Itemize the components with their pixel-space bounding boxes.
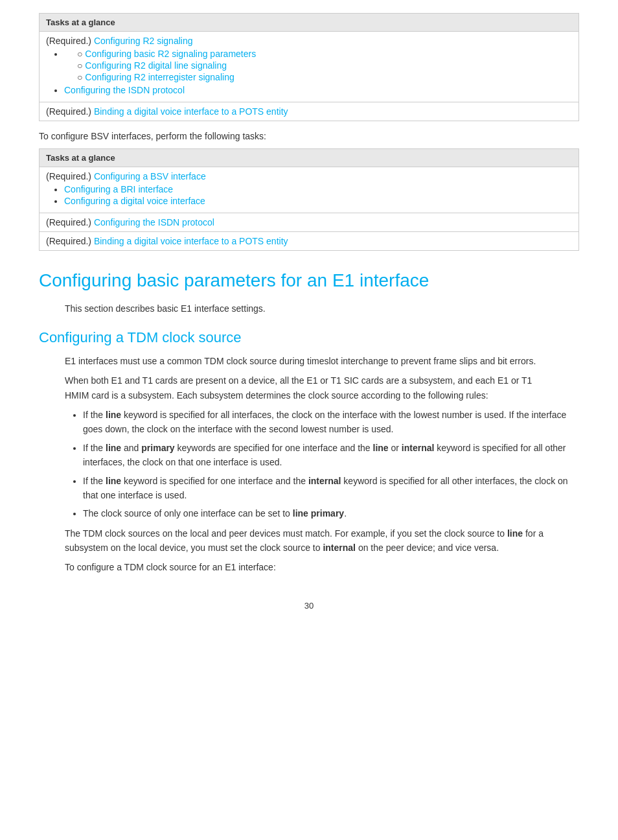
isdn-bullet-list: Configuring the ISDN protocol xyxy=(46,85,572,95)
bullet-item-2: If the line and primary keywords are spe… xyxy=(83,441,579,470)
tdm-para3-block: The TDM clock sources on the local and p… xyxy=(65,526,553,575)
link-binding-pots-t2[interactable]: Binding a digital voice interface to a P… xyxy=(94,236,288,246)
list-item: Configuring basic R2 signaling parameter… xyxy=(64,49,572,82)
link-configuring-bsv[interactable]: Configuring a BSV interface xyxy=(94,171,206,181)
link-digital-voice-interface[interactable]: Configuring a digital voice interface xyxy=(64,196,205,206)
link-r2-digital[interactable]: Configuring R2 digital line signaling xyxy=(85,60,227,71)
tdm-para4: To configure a TDM clock source for an E… xyxy=(65,560,553,574)
required-prefix-1: (Required.) xyxy=(46,36,91,46)
bold-line-3: line xyxy=(373,443,389,453)
bold-internal-1: internal xyxy=(402,443,435,453)
tasks-table-2: Tasks at a glance (Required.) Configurin… xyxy=(39,148,579,251)
sub-section-content: E1 interfaces must use a common TDM cloc… xyxy=(65,354,553,402)
required2-prefix-t2: (Required.) xyxy=(46,217,91,228)
link-isdn-protocol[interactable]: Configuring the ISDN protocol xyxy=(64,85,185,95)
required-row-t2-2: (Required.) Configuring the ISDN protoco… xyxy=(40,213,579,232)
list-item-isdn: Configuring the ISDN protocol xyxy=(64,85,572,95)
main-section-title: Configuring basic parameters for an E1 i… xyxy=(39,270,579,291)
bold-line-4: line xyxy=(106,476,121,486)
bullet-item-1: If the line keyword is specified for all… xyxy=(83,408,579,437)
required3-prefix-t2: (Required.) xyxy=(46,236,91,246)
link-bri-interface[interactable]: Configuring a BRI interface xyxy=(64,184,173,194)
required1-prefix-t2: (Required.) xyxy=(46,171,91,181)
bold-line-primary: line primary xyxy=(293,508,344,519)
bold-line-1: line xyxy=(106,410,121,420)
link-r2-interregister[interactable]: Configuring R2 interregister signaling xyxy=(85,72,234,82)
tdm-para2: When both E1 and T1 cards are present on… xyxy=(65,373,553,402)
link-isdn-protocol-t2[interactable]: Configuring the ISDN protocol xyxy=(94,217,214,228)
tasks-header-2: Tasks at a glance xyxy=(40,149,579,167)
sub-list-r2: Configuring basic R2 signaling parameter… xyxy=(64,49,572,82)
required-row-1: (Required.) Binding a digital voice inte… xyxy=(40,102,579,121)
tasks-body-1: (Required.) Configuring R2 signaling Con… xyxy=(40,32,579,102)
tdm-para3-end: on the peer device; and vice versa. xyxy=(356,542,499,553)
tdm-para1: E1 interfaces must use a common TDM cloc… xyxy=(65,354,553,368)
bullet-item-3: If the line keyword is specified for one… xyxy=(83,474,579,503)
main-section-intro: This section describes basic E1 interfac… xyxy=(65,301,553,316)
bullet-item-4: The clock source of only one interface c… xyxy=(83,506,579,520)
list-item-bri: Configuring a BRI interface xyxy=(64,184,572,194)
tdm-para3-pre: The TDM clock sources on the local and p… xyxy=(65,528,507,539)
tdm-bullet-list: If the line keyword is specified for all… xyxy=(65,408,579,521)
r2-sub-list: Configuring basic R2 signaling parameter… xyxy=(46,49,572,82)
sub-section-title: Configuring a TDM clock source xyxy=(39,329,579,346)
bold-internal-2: internal xyxy=(308,476,341,486)
tasks-body-2: (Required.) Configuring a BSV interface … xyxy=(40,167,579,213)
link-configuring-r2-signaling[interactable]: Configuring R2 signaling xyxy=(94,36,193,46)
bsv-intro: To configure BSV interfaces, perform the… xyxy=(39,129,579,143)
link-binding-pots-1[interactable]: Binding a digital voice interface to a P… xyxy=(94,106,288,117)
bold-primary: primary xyxy=(141,443,174,453)
link-basic-r2[interactable]: Configuring basic R2 signaling parameter… xyxy=(85,49,256,59)
required2-prefix: (Required.) xyxy=(46,106,91,117)
list-item-digital-voice: Configuring a digital voice interface xyxy=(64,196,572,206)
page-number: 30 xyxy=(39,601,579,611)
main-intro-text: This section describes basic E1 interfac… xyxy=(65,301,553,316)
tasks-header-1: Tasks at a glance xyxy=(40,14,579,32)
bold-internal-3: internal xyxy=(323,542,356,553)
bsv-bullets: Configuring a BRI interface Configuring … xyxy=(46,184,572,206)
bold-line-2: line xyxy=(106,443,121,453)
tasks-table-1: Tasks at a glance (Required.) Configurin… xyxy=(39,13,579,121)
required-row-t2-3: (Required.) Binding a digital voice inte… xyxy=(40,232,579,251)
bold-line-5: line xyxy=(507,528,523,539)
tdm-para3: The TDM clock sources on the local and p… xyxy=(65,526,553,555)
